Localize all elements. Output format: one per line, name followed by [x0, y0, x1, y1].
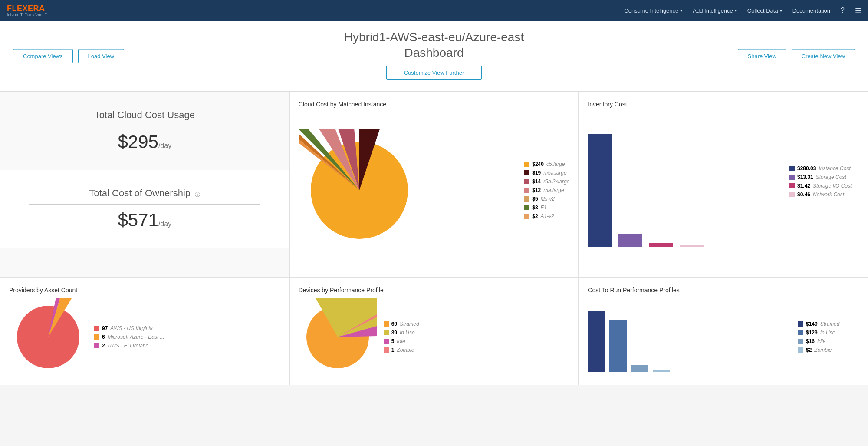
legend-color	[524, 162, 529, 167]
providers-pie-chart	[9, 298, 87, 376]
inventory-chart-container: $280.03 Instance Cost $13.31 Storage Cos…	[588, 112, 859, 251]
legend-color	[524, 179, 529, 184]
nav-add-intelligence[interactable]: Add Intelligence ▾	[693, 7, 737, 14]
bar-network	[680, 125, 704, 247]
menu-button[interactable]: ☰	[855, 7, 861, 15]
brand-logo: FLEXERA Inform IT. Transform IT.	[7, 4, 48, 17]
legend-color	[524, 205, 529, 210]
bar-instance	[588, 125, 612, 247]
customize-row: Customize View Further	[0, 66, 868, 85]
cost-performance-title: Cost To Run Performance Profiles	[588, 287, 859, 294]
customize-view-button[interactable]: Customize View Further	[386, 66, 482, 80]
legend-item: $129 In Use	[798, 330, 859, 336]
devices-pie-container: 60 Strained 39 In Use 5 Idle 1 Zombie	[299, 298, 570, 376]
navbar: FLEXERA Inform IT. Transform IT. Consume…	[0, 0, 868, 21]
cloud-cost-chart-title: Cloud Cost by Matched Instance	[299, 101, 570, 108]
cloud-cost-chart-card: Cloud Cost by Matched Instance $240 c5.l…	[289, 92, 579, 278]
legend-item: 60 Strained	[384, 321, 419, 327]
dropdown-arrow: ▾	[780, 8, 782, 13]
bar-storage-io-fill	[649, 243, 673, 247]
page-title: Hybrid1-AWS-east-eu/Azure-east Dashboard	[130, 30, 738, 61]
legend-item: $19 m5a.large	[524, 170, 569, 176]
nav-documentation[interactable]: Documentation	[792, 7, 830, 14]
cost-performance-container: $149 Strained $129 In Use $16 Idle $2 Zo…	[588, 298, 859, 376]
inventory-cost-title: Inventory Cost	[588, 101, 859, 108]
providers-chart-title: Providers by Asset Count	[9, 287, 280, 294]
legend-item: $5 f2s-v2	[524, 196, 569, 202]
legend-item: 97 AWS - US Virginia	[94, 325, 164, 331]
legend-item: $13.31 Storage Cost	[789, 174, 859, 180]
cloud-cost-pie-container: $240 c5.large $19 m5a.large $14 r5a.2xla…	[299, 112, 570, 268]
logo-wordmark: FLEXERA	[7, 4, 48, 13]
total-ownership-value: $571/day	[118, 210, 171, 231]
legend-item: 1 Zombie	[384, 347, 419, 353]
bar-network-fill	[680, 245, 704, 247]
bar-storage	[618, 125, 642, 247]
legend-item: $2 Zombie	[798, 347, 859, 353]
page-header: Hybrid1-AWS-east-eu/Azure-east Dashboard…	[0, 21, 868, 91]
total-cloud-cost-label: Total Cloud Cost Usage	[95, 109, 195, 121]
dropdown-arrow: ▾	[735, 8, 737, 13]
dashboard-grid: Total Cloud Cost Usage $295/day Total Co…	[0, 91, 868, 278]
legend-item: $2 A1-v2	[524, 213, 569, 219]
create-new-view-button[interactable]: Create New View	[792, 49, 855, 63]
legend-color	[524, 214, 529, 219]
legend-item: $149 Strained	[798, 321, 859, 327]
bottom-row: Providers by Asset Count 97 AWS - US Vir…	[0, 278, 868, 385]
cost-performance-legend: $149 Strained $129 In Use $16 Idle $2 Zo…	[798, 321, 859, 353]
cloud-cost-legend: $240 c5.large $19 m5a.large $14 r5a.2xla…	[524, 161, 569, 219]
nav-collect-data[interactable]: Collect Data ▾	[747, 7, 782, 14]
legend-color	[524, 196, 529, 202]
legend-item: $16 Idle	[798, 338, 859, 344]
logo-tagline: Inform IT. Transform IT.	[7, 13, 48, 17]
legend-color	[524, 170, 529, 175]
legend-item: $12 r5a.large	[524, 187, 569, 193]
total-ownership-card: Total Cost of Ownership ⓘ $571/day	[0, 170, 289, 248]
total-cloud-cost-card: Total Cloud Cost Usage $295/day	[0, 92, 289, 170]
help-button[interactable]: ?	[841, 7, 845, 14]
dropdown-arrow: ▾	[680, 8, 682, 13]
inventory-legend: $280.03 Instance Cost $13.31 Storage Cos…	[789, 165, 859, 198]
legend-item: $280.03 Instance Cost	[789, 165, 859, 172]
devices-chart-title: Devices by Performance Profile	[299, 287, 570, 294]
providers-pie-container: 97 AWS - US Virginia 6 Microsoft Azure -…	[9, 298, 280, 376]
ownership-divider	[29, 204, 260, 205]
cost-divider	[29, 126, 260, 126]
nav-consume-intelligence[interactable]: Consume Intelligence ▾	[624, 7, 682, 14]
legend-item: $14 r5a.2xlarge	[524, 178, 569, 185]
legend-item: $240 c5.large	[524, 161, 569, 167]
devices-pie-chart	[299, 298, 377, 376]
header-left-actions: Compare Views Load View	[13, 49, 124, 63]
compare-views-button[interactable]: Compare Views	[13, 49, 73, 63]
legend-item: $3 F1	[524, 205, 569, 211]
info-icon[interactable]: ⓘ	[195, 192, 200, 198]
load-view-button[interactable]: Load View	[78, 49, 124, 63]
legend-item: $0.46 Network Cost	[789, 192, 859, 198]
providers-chart-card: Providers by Asset Count 97 AWS - US Vir…	[0, 278, 289, 385]
inventory-cost-card: Inventory Cost $280.03	[579, 92, 868, 278]
providers-legend: 97 AWS - US Virginia 6 Microsoft Azure -…	[94, 325, 164, 349]
legend-color	[524, 188, 529, 193]
header-right-actions: Share View Create New View	[738, 49, 855, 63]
share-view-button[interactable]: Share View	[738, 49, 786, 63]
cloud-cost-pie-chart	[299, 129, 420, 251]
bar-storage-io	[649, 125, 673, 247]
cost-performance-card: Cost To Run Performance Profiles	[579, 278, 868, 385]
bar-storage-fill	[618, 234, 642, 247]
legend-item: 5 Idle	[384, 338, 419, 344]
devices-chart-card: Devices by Performance Profile 60 Strain…	[289, 278, 579, 385]
legend-item: 6 Microsoft Azure - East ...	[94, 334, 164, 340]
cost-performance-bars	[588, 307, 785, 376]
legend-item: 39 In Use	[384, 330, 419, 336]
nav-links: Consume Intelligence ▾ Add Intelligence …	[624, 7, 861, 15]
bar-instance-fill	[588, 134, 612, 247]
devices-legend: 60 Strained 39 In Use 5 Idle 1 Zombie	[384, 321, 419, 353]
legend-item: 2 AWS - EU Ireland	[94, 343, 164, 349]
total-cloud-cost-value: $295/day	[118, 132, 171, 152]
inventory-bars	[588, 125, 776, 251]
legend-item: $1.42 Storage I/O Cost	[789, 183, 859, 189]
cost-summary-panel: Total Cloud Cost Usage $295/day Total Co…	[0, 92, 289, 278]
